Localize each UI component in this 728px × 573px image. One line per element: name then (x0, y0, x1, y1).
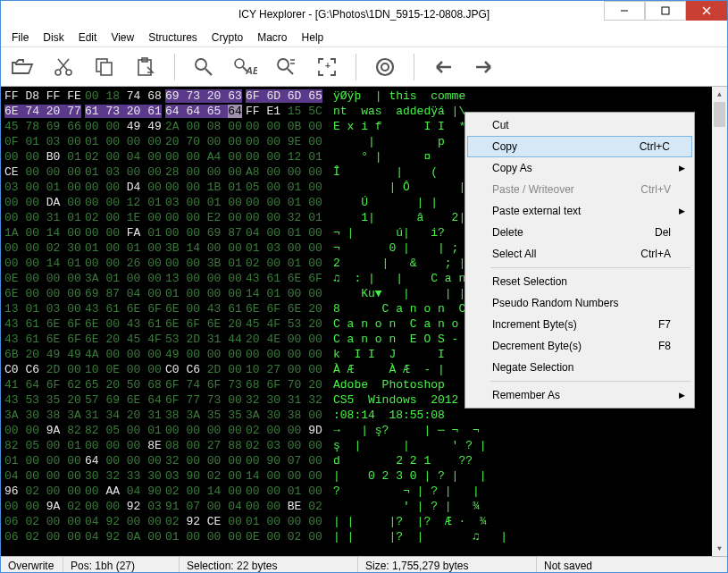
ascii-cell: :08:14 18:55:08 (326, 408, 621, 423)
menu-edit[interactable]: Edit (71, 29, 105, 46)
context-label: Increment Byte(s) (492, 318, 577, 331)
status-mode: Overwrite (1, 557, 63, 573)
status-selection: Selection: 22 bytes (180, 557, 358, 573)
context-label: Cut (492, 119, 509, 131)
svg-point-22 (377, 59, 393, 75)
svg-point-23 (381, 63, 389, 71)
fullscreen-icon[interactable]: + (313, 53, 341, 81)
context-negate-selection[interactable]: Negate Selection (467, 357, 692, 378)
prev-arrow-icon[interactable] (429, 53, 457, 81)
close-button[interactable] (686, 1, 727, 21)
menu-disk[interactable]: Disk (36, 29, 71, 46)
context-reset-selection[interactable]: Reset Selection (467, 271, 692, 292)
statusbar: Overwrite Pos: 1bh (27) Selection: 22 by… (1, 556, 727, 573)
find-text-icon[interactable]: AB (230, 53, 259, 81)
svg-text:+: + (325, 61, 331, 71)
context-label: Select All (492, 248, 536, 260)
next-arrow-icon[interactable] (470, 53, 498, 81)
scroll-down-icon[interactable]: ▼ (712, 541, 727, 556)
context-select-all[interactable]: Select AllCtrl+A (467, 243, 692, 265)
context-cut[interactable]: Cut (467, 114, 692, 136)
find-icon[interactable] (189, 53, 218, 81)
hex-row[interactable]: 3A 30 38 3A31 34 20 3138 3A 35 353A 30 3… (4, 408, 708, 423)
context-label: Reset Selection (492, 275, 567, 288)
status-saved: Not saved (537, 557, 727, 573)
copy-icon[interactable] (90, 53, 119, 81)
context-shortcut: F8 (658, 340, 671, 352)
chevron-right-icon: ▶ (679, 164, 685, 173)
context-paste-external-text[interactable]: Paste external text▶ (467, 200, 692, 222)
svg-point-17 (278, 59, 289, 70)
hex-row[interactable]: 04 00 00 0030 32 33 3003 90 02 0014 00 0… (4, 468, 708, 484)
open-icon[interactable] (8, 53, 37, 81)
svg-point-4 (55, 70, 61, 75)
cut-icon[interactable] (49, 53, 78, 81)
context-label: Pseudo Random Numbers (492, 297, 618, 309)
hex-row[interactable]: 00 00 9A 8282 05 00 0100 00 00 0002 00 0… (4, 423, 708, 438)
hex-row[interactable]: 82 05 00 0100 00 00 8E08 00 27 8802 03 0… (4, 438, 708, 453)
hex-row[interactable]: 01 00 00 0064 00 00 0032 00 00 0000 90 0… (4, 453, 708, 468)
titlebar: ICY Hexplorer - [G:\Photos\1DN_5915-12-0… (1, 1, 727, 28)
menu-structures[interactable]: Structures (141, 29, 205, 46)
context-decrement-byte-s-[interactable]: Decrement Byte(s)F8 (467, 335, 692, 357)
menu-macro[interactable]: Macro (250, 29, 294, 46)
context-shortcut: Del (655, 226, 671, 239)
context-label: Negate Selection (492, 361, 573, 374)
minimize-button[interactable] (604, 1, 645, 21)
svg-point-12 (196, 59, 206, 70)
context-pseudo-random-numbers[interactable]: Pseudo Random Numbers (467, 292, 692, 314)
context-shortcut: Ctrl+A (640, 248, 671, 260)
context-label: Copy As (492, 162, 532, 174)
maximize-button[interactable] (645, 1, 686, 21)
options-icon[interactable] (371, 53, 399, 81)
hex-row[interactable]: 96 02 00 0000 AA 04 9002 00 14 0000 00 0… (4, 484, 708, 499)
context-increment-byte-s-[interactable]: Increment Byte(s)F7 (467, 314, 692, 335)
paste-icon[interactable] (131, 53, 160, 81)
hex-row[interactable]: FF D8 FF FE00 18 74 6869 73 20 636F 6D 6… (4, 88, 708, 104)
menubar: FileDiskEditViewStructuresCryptoMacroHel… (1, 28, 727, 47)
context-separator (490, 381, 690, 382)
svg-line-6 (60, 59, 69, 70)
context-shortcut: Ctrl+C (640, 140, 670, 153)
menu-help[interactable]: Help (295, 29, 331, 46)
context-label: Paste external text (492, 205, 581, 217)
svg-line-18 (288, 69, 293, 74)
ascii-cell: ÿØÿþ | this comme (326, 88, 621, 104)
context-separator (490, 267, 690, 268)
window-title: ICY Hexplorer - [G:\Photos\1DN_5915-12-0… (238, 8, 490, 21)
status-size: Size: 1,755,279 bytes (358, 557, 537, 573)
context-label: Paste / Writeover (492, 183, 574, 196)
svg-text:AB: AB (245, 65, 257, 76)
menu-view[interactable]: View (104, 29, 141, 46)
svg-point-14 (235, 59, 244, 68)
context-copy[interactable]: CopyCtrl+C (467, 136, 692, 157)
find-next-icon[interactable] (272, 53, 300, 81)
chevron-right-icon: ▶ (679, 206, 685, 215)
context-label: Copy (492, 140, 517, 153)
context-copy-as[interactable]: Copy As▶ (467, 157, 692, 179)
hex-row[interactable]: 06 02 00 0004 92 0A 0001 00 00 000E 00 0… (4, 529, 708, 544)
ascii-cell: ' | ? | ¾ (326, 499, 621, 514)
menu-crypto[interactable]: Crypto (205, 29, 250, 46)
ascii-cell: d 2 2 1 ?? (326, 453, 621, 468)
hex-row[interactable]: 06 02 00 0004 92 00 0002 92 CE 0001 00 0… (4, 514, 708, 529)
context-delete[interactable]: DeleteDel (467, 222, 692, 243)
context-shortcut: F7 (658, 318, 671, 331)
scroll-thumb[interactable] (714, 102, 725, 127)
svg-rect-1 (662, 7, 669, 14)
scroll-up-icon[interactable]: ▲ (712, 87, 727, 102)
context-label: Decrement Byte(s) (492, 340, 582, 352)
context-label: Delete (492, 226, 523, 239)
ascii-cell: | 0 2 3 0 | ? | | (326, 468, 621, 484)
ascii-cell: | | |? | ♫ | (326, 529, 621, 544)
context-paste-writeover: Paste / WriteoverCtrl+V (467, 179, 692, 200)
context-menu: CutCopyCtrl+CCopy As▶Paste / WriteoverCt… (464, 112, 695, 409)
menu-file[interactable]: File (4, 29, 36, 46)
vertical-scrollbar[interactable]: ▲ ▼ (712, 87, 727, 556)
chevron-right-icon: ▶ (679, 391, 685, 400)
svg-line-13 (205, 69, 212, 75)
context-remember-as[interactable]: Remember As▶ (467, 384, 692, 406)
hex-row[interactable]: 00 00 9A 0200 00 92 0391 07 00 0400 00 B… (4, 499, 708, 514)
svg-point-5 (66, 70, 71, 75)
ascii-cell: ? ¬ | ? | | (326, 484, 621, 499)
